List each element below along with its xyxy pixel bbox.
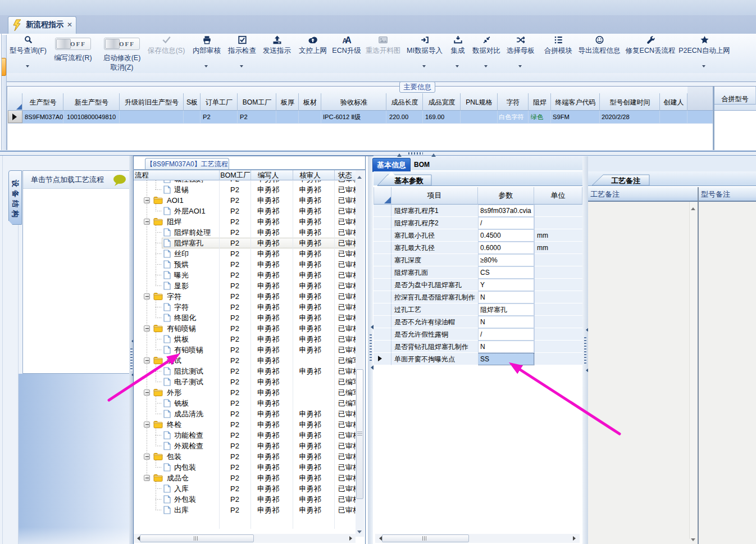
svg-text:工艺备注: 工艺备注 bbox=[611, 176, 641, 185]
svg-text:基本参数: 基本参数 bbox=[394, 176, 423, 185]
svg-text:A: A bbox=[345, 35, 351, 44]
